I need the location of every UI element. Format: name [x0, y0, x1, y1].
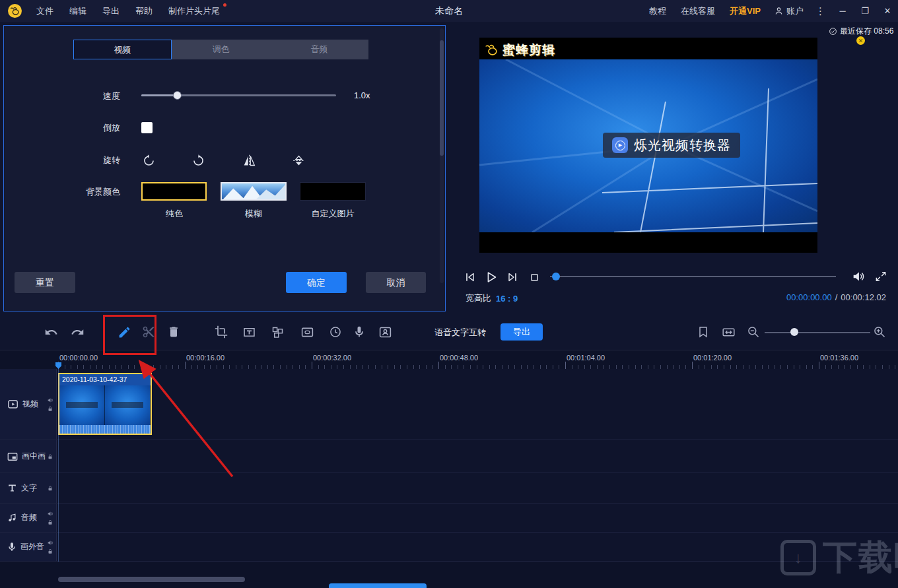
speed-slider[interactable] [141, 94, 336, 96]
video-clip[interactable]: 2020-11-03-10-42-37 [58, 373, 152, 435]
stop-button[interactable] [526, 269, 542, 285]
track-lock-button[interactable] [47, 548, 53, 554]
track-label: 画外音 [20, 541, 44, 552]
track-text: 文字 [0, 473, 898, 504]
aspect-ratio-value[interactable]: 16 : 9 [496, 294, 518, 304]
seek-handle[interactable] [552, 273, 560, 280]
duration-button[interactable] [327, 323, 344, 341]
volume-button[interactable] [850, 269, 866, 284]
menu-help[interactable]: 帮助 [127, 0, 160, 22]
background-color-label: 背景颜色 [4, 186, 120, 198]
zoom-in-button[interactable] [871, 323, 888, 341]
titlebar-right: 教程 在线客服 开通VIP 账户 ⋮ ─ ❐ ✕ [642, 0, 898, 22]
voiceover-track-lane[interactable] [57, 533, 898, 561]
redo-button[interactable] [69, 323, 86, 341]
track-header-video[interactable]: 视频 [0, 369, 57, 440]
account-button[interactable]: 账户 [769, 5, 809, 17]
mask-button[interactable] [298, 323, 316, 341]
ruler-label: 00:00:16.00 [186, 354, 224, 362]
timeline-zoom-handle[interactable] [790, 328, 798, 336]
ruler-major-ticks [58, 362, 898, 369]
saved-close-badge[interactable]: ✕ [856, 36, 865, 45]
rotate-left-button[interactable] [140, 152, 157, 169]
ruler-label: 00:01:04.00 [567, 354, 605, 362]
track-lock-button[interactable] [47, 453, 53, 460]
track-lock-button[interactable] [47, 519, 53, 525]
track-label: 画中画 [22, 451, 46, 462]
track-header-audio[interactable]: 音频 [0, 504, 57, 532]
panel-scrollbar-thumb[interactable] [440, 40, 444, 156]
reverse-checkbox[interactable] [141, 122, 153, 133]
tab-audio[interactable]: 音频 [270, 40, 368, 59]
speed-slider-handle[interactable] [173, 91, 182, 100]
maximize-button[interactable]: ❐ [854, 0, 876, 22]
track-label: 视频 [22, 399, 38, 410]
pip-track-lane[interactable] [57, 440, 898, 473]
bg-custom-image-swatch[interactable] [300, 182, 366, 201]
mosaic-button[interactable] [269, 323, 286, 341]
panel-scrollbar[interactable] [440, 28, 444, 283]
add-text-button[interactable] [240, 323, 258, 341]
playhead-line [58, 369, 59, 562]
track-header-text[interactable]: 文字 [0, 473, 57, 503]
menu-edit[interactable]: 编辑 [61, 0, 94, 22]
vip-button[interactable]: 开通VIP [723, 5, 767, 17]
export-button[interactable]: 导出 [501, 323, 543, 341]
video-track-lane[interactable]: 2020-11-03-10-42-37 [57, 369, 898, 440]
cancel-button[interactable]: 取消 [366, 272, 426, 293]
fullscreen-button[interactable] [873, 269, 889, 284]
ruler-label: 00:00:32.00 [313, 354, 351, 362]
play-button[interactable] [483, 269, 499, 285]
speed-label: 速度 [4, 90, 120, 102]
rotate-right-button[interactable] [190, 152, 207, 169]
more-menu-button[interactable]: ⋮ [810, 5, 831, 17]
next-frame-button[interactable] [504, 269, 520, 285]
person-icon [774, 6, 784, 16]
tab-color[interactable]: 调色 [172, 40, 270, 59]
tab-video[interactable]: 视频 [73, 40, 172, 59]
clip-audio-bar [59, 425, 151, 434]
tutorial-link[interactable]: 教程 [642, 0, 673, 22]
reset-button[interactable]: 重置 [15, 272, 75, 293]
timeline-horizontal-scrollbar[interactable] [58, 577, 245, 582]
zoom-out-button[interactable] [745, 323, 762, 341]
track-mute-button[interactable] [47, 397, 53, 403]
seek-bar[interactable] [550, 276, 836, 277]
minimize-button[interactable]: ─ [832, 0, 853, 22]
track-mute-button[interactable] [47, 510, 53, 517]
track-lock-button[interactable] [47, 485, 53, 492]
bg-solid-color-swatch[interactable] [141, 182, 207, 201]
marker-button[interactable] [695, 323, 712, 341]
previous-frame-button[interactable] [462, 269, 478, 285]
timeline-zoom-slider[interactable] [765, 332, 870, 333]
track-lock-button[interactable] [47, 405, 53, 412]
video-title-overlay: ▶ 烁光视频转换器 [603, 133, 740, 158]
bg-blur-thumbnail[interactable] [221, 182, 287, 201]
track-label: 文字 [21, 482, 37, 494]
track-header-pip[interactable]: 画中画 [0, 440, 57, 473]
close-button[interactable]: ✕ [877, 0, 898, 22]
timecode-display: 00:00:00.00 / 00:00:12.02 [786, 292, 886, 302]
crop-button[interactable] [213, 323, 230, 341]
track-header-voiceover[interactable]: 画外音 [0, 533, 57, 561]
flip-vertical-button[interactable] [290, 152, 307, 169]
confirm-button[interactable]: 确定 [286, 272, 347, 293]
voice-text-convert-button[interactable]: 语音文字互转 [434, 327, 486, 339]
menu-intro-outro[interactable]: 制作片头片尾 [160, 0, 228, 22]
menu-export[interactable]: 导出 [94, 0, 127, 22]
delete-button[interactable] [165, 323, 182, 341]
bg-option-blur-label: 模糊 [221, 208, 287, 220]
audio-track-lane[interactable] [57, 504, 898, 532]
clip-thumbnail [59, 385, 105, 425]
aspect-ratio-row: 宽高比 16 : 9 [466, 292, 518, 304]
undo-button[interactable] [42, 323, 59, 341]
fit-timeline-button[interactable] [720, 323, 737, 341]
flip-horizontal-button[interactable] [240, 152, 258, 169]
support-link[interactable]: 在线客服 [674, 0, 722, 22]
track-video: 视频 2020-11-03-10-42-37 [0, 369, 898, 440]
record-voiceover-button[interactable] [351, 323, 368, 341]
track-mute-button[interactable] [47, 539, 53, 546]
text-track-lane[interactable] [57, 473, 898, 503]
menu-file[interactable]: 文件 [28, 0, 61, 22]
portrait-cutout-button[interactable] [376, 323, 394, 341]
